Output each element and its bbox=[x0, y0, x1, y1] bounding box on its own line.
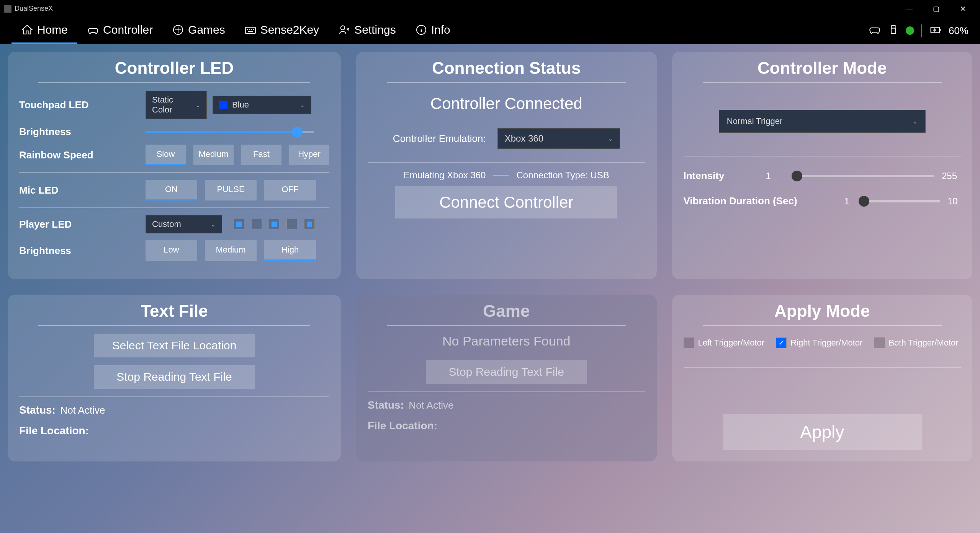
svg-rect-7 bbox=[939, 29, 941, 31]
mic-pulse-button[interactable]: PULSE bbox=[205, 180, 257, 200]
color-swatch bbox=[219, 101, 227, 109]
rainbow-fast-button[interactable]: Fast bbox=[241, 145, 281, 165]
duration-slider[interactable] bbox=[862, 200, 940, 202]
both-trigger-checkbox[interactable] bbox=[874, 337, 885, 348]
status-connected-dot bbox=[906, 26, 914, 35]
player-led-value: Custom bbox=[152, 219, 181, 229]
intensity-min: 1 bbox=[766, 171, 785, 181]
card-title: Apply Mode bbox=[703, 298, 942, 326]
game-status-value: Not Active bbox=[409, 399, 453, 411]
app-icon bbox=[4, 5, 11, 13]
card-title: Connection Status bbox=[387, 55, 626, 83]
left-trigger-checkbox[interactable] bbox=[684, 337, 694, 348]
touchpad-color-value: Blue bbox=[232, 100, 249, 110]
status-controller-icon bbox=[868, 23, 881, 39]
pbright-high-button[interactable]: High bbox=[264, 240, 316, 261]
game-stop-reading-button[interactable]: Stop Reading Text File bbox=[426, 360, 587, 384]
touchpad-mode-value: Static Color bbox=[152, 95, 195, 115]
chevron-down-icon: ⌄ bbox=[913, 118, 918, 125]
maximize-button[interactable]: ▢ bbox=[923, 0, 949, 17]
left-trigger-label: Left Trigger/Motor bbox=[698, 338, 765, 348]
touchpad-led-label: Touchpad LED bbox=[19, 99, 146, 111]
close-button[interactable]: ✕ bbox=[949, 0, 976, 17]
duration-label: Vibration Duration (Sec) bbox=[684, 195, 837, 207]
titlebar: DualSenseX — ▢ ✕ bbox=[0, 0, 980, 17]
nav-games[interactable]: Games bbox=[162, 17, 235, 44]
chevron-down-icon: ⌄ bbox=[211, 221, 216, 228]
card-text-file: Text File Select Text File Location Stop… bbox=[8, 295, 341, 461]
textfile-status-value: Not Active bbox=[60, 404, 105, 416]
apply-button[interactable]: Apply bbox=[723, 414, 922, 450]
nav-home[interactable]: Home bbox=[11, 17, 77, 44]
dash bbox=[493, 175, 509, 176]
info-icon bbox=[415, 24, 427, 36]
player-led-5-checkbox[interactable] bbox=[304, 219, 315, 230]
rainbow-speed-label: Rainbow Speed bbox=[19, 149, 146, 161]
game-status-label: Status: bbox=[368, 399, 404, 411]
player-led-4-checkbox[interactable] bbox=[286, 219, 297, 230]
touchpad-color-select[interactable]: Blue ⌄ bbox=[213, 96, 311, 114]
nav-controller[interactable]: Controller bbox=[77, 17, 162, 44]
nav-home-label: Home bbox=[37, 23, 68, 36]
duration-max: 10 bbox=[947, 196, 961, 207]
player-led-1-checkbox[interactable] bbox=[234, 219, 244, 230]
rainbow-medium-button[interactable]: Medium bbox=[193, 145, 234, 165]
card-title: Controller LED bbox=[38, 55, 310, 83]
pbright-medium-button[interactable]: Medium bbox=[205, 240, 257, 261]
app-title: DualSenseX bbox=[15, 5, 896, 13]
trigger-mode-select[interactable]: Normal Trigger ⌄ bbox=[719, 110, 926, 133]
connection-status-text: Controller Connected bbox=[368, 95, 645, 113]
svg-point-2 bbox=[341, 26, 345, 30]
duration-min: 1 bbox=[844, 196, 854, 207]
player-led-select[interactable]: Custom ⌄ bbox=[146, 215, 222, 233]
select-text-file-button[interactable]: Select Text File Location bbox=[94, 334, 255, 357]
card-apply-mode: Apply Mode Left Trigger/Motor Right Trig… bbox=[672, 295, 973, 461]
nav-info-label: Info bbox=[431, 23, 450, 36]
emulating-text: Emulating Xbox 360 bbox=[404, 170, 486, 181]
svg-rect-4 bbox=[892, 25, 895, 28]
card-game: Game No Parameters Found Stop Reading Te… bbox=[356, 295, 657, 461]
chevron-down-icon: ⌄ bbox=[300, 101, 305, 109]
mic-on-button[interactable]: ON bbox=[146, 180, 197, 200]
nav-controller-label: Controller bbox=[103, 23, 153, 36]
rainbow-hyper-button[interactable]: Hyper bbox=[289, 145, 329, 165]
card-controller-led: Controller LED Touchpad LED Static Color… bbox=[8, 52, 341, 279]
emulation-select[interactable]: Xbox 360 ⌄ bbox=[497, 128, 620, 149]
emulation-value: Xbox 360 bbox=[505, 133, 543, 144]
card-title: Text File bbox=[38, 298, 310, 326]
connect-controller-button[interactable]: Connect Controller bbox=[395, 186, 617, 218]
navbar: Home Controller Games Sense2Key Settings… bbox=[0, 17, 980, 44]
right-trigger-label: Right Trigger/Motor bbox=[790, 338, 862, 348]
nav-info[interactable]: Info bbox=[406, 17, 460, 44]
minimize-button[interactable]: — bbox=[896, 0, 923, 17]
nav-settings[interactable]: Settings bbox=[329, 17, 405, 44]
nav-sense2key[interactable]: Sense2Key bbox=[235, 17, 329, 44]
touchpad-mode-select[interactable]: Static Color ⌄ bbox=[146, 91, 207, 119]
right-trigger-checkbox[interactable] bbox=[776, 337, 787, 348]
status-battery-icon bbox=[929, 23, 942, 39]
controller-icon bbox=[87, 24, 99, 36]
svg-rect-5 bbox=[891, 28, 896, 33]
card-title: Game bbox=[387, 298, 626, 326]
games-icon bbox=[172, 24, 184, 36]
mic-off-button[interactable]: OFF bbox=[264, 180, 316, 200]
card-controller-mode: Controller Mode Normal Trigger ⌄ Intensi… bbox=[672, 52, 973, 279]
player-led-label: Player LED bbox=[19, 218, 146, 230]
emulation-label: Controller Emulation: bbox=[393, 133, 486, 145]
svg-rect-1 bbox=[245, 27, 255, 33]
intensity-label: Intensity bbox=[684, 170, 758, 182]
textfile-status-label: Status: bbox=[19, 404, 56, 416]
player-led-2-checkbox[interactable] bbox=[251, 219, 262, 230]
rainbow-slow-button[interactable]: Slow bbox=[146, 145, 186, 165]
pbright-low-button[interactable]: Low bbox=[146, 240, 197, 261]
nav-sense2key-label: Sense2Key bbox=[260, 23, 319, 36]
trigger-mode-value: Normal Trigger bbox=[727, 116, 782, 126]
settings-icon bbox=[338, 24, 350, 36]
player-led-3-checkbox[interactable] bbox=[269, 219, 280, 230]
keyboard-icon bbox=[244, 24, 257, 36]
brightness-slider[interactable] bbox=[146, 131, 314, 133]
stop-reading-text-file-button[interactable]: Stop Reading Text File bbox=[94, 365, 255, 389]
status-usb-icon bbox=[888, 24, 899, 37]
intensity-slider[interactable] bbox=[793, 175, 934, 177]
game-loc-label: File Location: bbox=[368, 420, 437, 432]
